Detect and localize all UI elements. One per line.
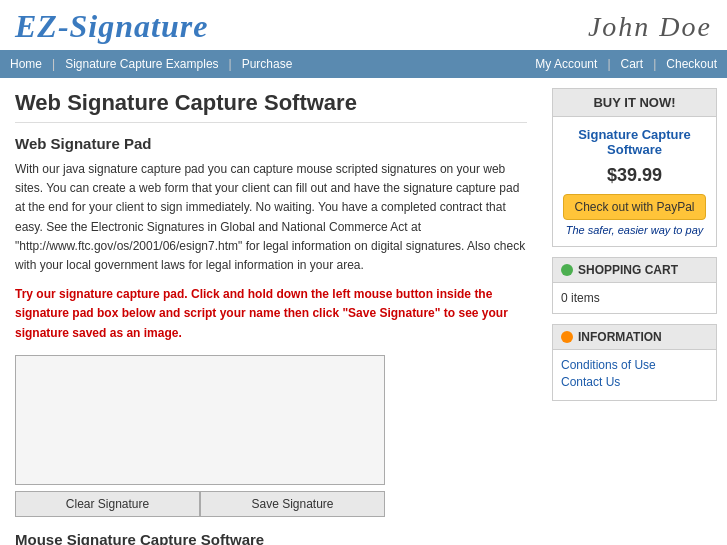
clear-signature-button[interactable]: Clear Signature <box>15 491 200 517</box>
section2-title: Mouse Signature Capture Software <box>15 531 527 545</box>
intro-text: With our java signature capture pad you … <box>15 160 527 275</box>
info-header: INFORMATION <box>553 325 716 350</box>
buy-box-header: BUY IT NOW! <box>553 89 716 117</box>
signature-pad[interactable] <box>15 355 385 485</box>
page-title: Web Signature Capture Software <box>15 90 527 123</box>
nav-checkout[interactable]: Checkout <box>656 50 727 78</box>
cart-icon <box>561 264 573 276</box>
handwritten-signature: John Doe <box>588 11 712 43</box>
nav-purchase[interactable]: Purchase <box>232 50 303 78</box>
contact-link[interactable]: Contact Us <box>561 375 708 389</box>
product-price: $39.99 <box>561 165 708 186</box>
navigation-bar: Home | Signature Capture Examples | Purc… <box>0 50 727 78</box>
cart-title: SHOPPING CART <box>578 263 678 277</box>
shopping-cart-box: SHOPPING CART 0 items <box>552 257 717 314</box>
cta-text: Try our signature capture pad. Click and… <box>15 285 527 343</box>
paypal-subtext: The safer, easier way to pay <box>561 224 708 236</box>
buy-box-content: Signature Capture Software $39.99 Check … <box>553 117 716 246</box>
cart-header: SHOPPING CART <box>553 258 716 283</box>
cart-items-count: 0 items <box>561 291 600 305</box>
info-box: INFORMATION Conditions of Use Contact Us <box>552 324 717 401</box>
nav-right: My Account | Cart | Checkout <box>525 50 727 78</box>
main-layout: Web Signature Capture Software Web Signa… <box>0 78 727 545</box>
nav-left: Home | Signature Capture Examples | Purc… <box>0 50 302 78</box>
paypal-button[interactable]: Check out with PayPal <box>563 194 705 220</box>
info-icon <box>561 331 573 343</box>
info-title: INFORMATION <box>578 330 662 344</box>
buy-product-link[interactable]: Signature Capture Software <box>561 127 708 157</box>
nav-home[interactable]: Home <box>0 50 52 78</box>
main-content: Web Signature Capture Software Web Signa… <box>0 78 542 545</box>
app-logo: EZ-Signature <box>15 8 208 45</box>
nav-myaccount[interactable]: My Account <box>525 50 607 78</box>
buy-box: BUY IT NOW! Signature Capture Software $… <box>552 88 717 247</box>
nav-examples[interactable]: Signature Capture Examples <box>55 50 228 78</box>
nav-cart[interactable]: Cart <box>611 50 654 78</box>
signature-pad-buttons: Clear Signature Save Signature <box>15 491 385 517</box>
conditions-link[interactable]: Conditions of Use <box>561 358 708 372</box>
sidebar: BUY IT NOW! Signature Capture Software $… <box>542 78 727 545</box>
cart-content: 0 items <box>553 283 716 313</box>
save-signature-button[interactable]: Save Signature <box>200 491 385 517</box>
section1-title: Web Signature Pad <box>15 135 527 152</box>
info-content: Conditions of Use Contact Us <box>553 350 716 400</box>
